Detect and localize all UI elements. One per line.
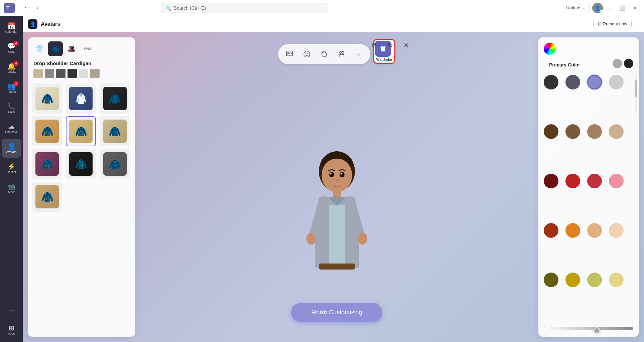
update-button[interactable]: Update ··· — [562, 4, 590, 12]
tab-hat[interactable]: 🎩 — [64, 41, 79, 56]
present-now-button[interactable]: ⊡ Present now — [594, 20, 631, 28]
svg-point-6 — [307, 53, 308, 54]
svg-point-22 — [330, 173, 332, 175]
onedrive-icon: ☁ — [8, 123, 15, 130]
search-bar[interactable]: 🔍 Search (Ctrl+E) — [161, 3, 328, 13]
swatch-1[interactable] — [33, 69, 43, 78]
clothes-item-2[interactable]: 🥼 — [66, 83, 96, 114]
clothes-item-10[interactable]: 🧥 — [32, 182, 62, 212]
svg-point-3 — [287, 52, 288, 53]
sidebar: 📅 Calendar 💬 Chat 6 🔔 Activity 6 👥 Teams… — [0, 16, 23, 342]
color-light-grey[interactable] — [609, 75, 624, 90]
color-yellow-green[interactable] — [587, 273, 602, 287]
sidebar-item-onedrive[interactable]: ☁ OneDrive — [2, 119, 21, 138]
svg-rect-24 — [329, 205, 345, 264]
tab-face[interactable] — [299, 47, 314, 61]
more-icon: ··· — [8, 307, 14, 314]
undo-button[interactable]: ↺ — [367, 39, 381, 52]
app-header: 👤 Avatars ⊡ Present now ··· — [23, 16, 644, 32]
svg-rect-17 — [319, 264, 355, 270]
swatch-6[interactable] — [90, 69, 100, 78]
color-brightness-slider[interactable] — [544, 327, 633, 330]
clothes-item-9[interactable]: 🧥 — [100, 149, 130, 179]
color-light-yellow[interactable] — [609, 273, 624, 287]
clothes-item-1[interactable]: 🧥 — [32, 83, 62, 114]
clothes-visual-6: 🧥 — [103, 120, 127, 143]
sidebar-item-more[interactable]: ··· — [2, 301, 21, 319]
filter-button[interactable]: ≡ — [127, 60, 130, 66]
color-skin[interactable] — [609, 223, 624, 238]
clothes-scroll[interactable]: 🧥 🥼 🧥 🧥 🧥 — [28, 81, 135, 337]
color-dark-brown[interactable] — [544, 124, 558, 139]
color-panel: Primary Color — [538, 37, 639, 337]
teams-badge: 2 — [13, 81, 19, 86]
finish-customizing-button[interactable]: Finish Customizing — [291, 303, 382, 322]
avatar-svg — [290, 139, 384, 300]
color-grid-area — [538, 71, 639, 323]
color-olive[interactable] — [544, 273, 558, 287]
wardrobe-type-tabs: 👕 🧥 🎩 👓 — [28, 37, 135, 56]
clothes-item-4[interactable]: 🧥 — [32, 116, 62, 146]
clothes-visual-7: 🧥 — [35, 152, 59, 176]
tab-background[interactable] — [282, 47, 297, 61]
color-crimson[interactable] — [587, 174, 602, 188]
wardrobe-label: Wardrobe — [375, 57, 394, 62]
color-red[interactable] — [565, 174, 580, 188]
swatch-3[interactable] — [56, 69, 66, 78]
sidebar-item-apps[interactable]: ⊞ Apps — [2, 321, 21, 339]
tab-glasses[interactable]: 👓 — [80, 41, 95, 56]
scroll-thumb — [635, 80, 637, 97]
app-header-right: ⊡ Present now ··· — [594, 20, 639, 28]
sidebar-item-activity[interactable]: 🔔 Activity 6 — [2, 59, 21, 77]
tab-full[interactable]: 🧥 — [48, 41, 63, 56]
color-gold[interactable] — [565, 273, 580, 287]
swatch-4[interactable] — [68, 69, 77, 78]
color-brown[interactable] — [565, 124, 580, 139]
tab-body[interactable] — [334, 47, 349, 61]
sidebar-item-copilot[interactable]: ⚡ Copilot — [2, 159, 21, 178]
clothes-item-6[interactable]: 🧥 — [100, 116, 130, 146]
top-swatch-grey[interactable] — [613, 59, 622, 68]
sidebar-item-teams[interactable]: 👥 Teams 2 — [2, 79, 21, 98]
color-pink[interactable] — [609, 174, 624, 188]
close-button[interactable]: ✕ — [631, 4, 640, 12]
back-button[interactable]: ‹ — [20, 3, 31, 13]
color-orange[interactable] — [565, 223, 580, 238]
color-dark-grey[interactable] — [544, 75, 558, 90]
more-options-button[interactable]: ··· — [634, 21, 639, 27]
color-wheel-icon — [544, 43, 556, 55]
top-swatch-black[interactable] — [624, 59, 633, 68]
scroll-track — [635, 73, 637, 114]
tab-accessories[interactable] — [352, 47, 366, 61]
color-tan[interactable] — [587, 124, 602, 139]
redo-button[interactable]: ↻ — [383, 39, 397, 52]
clothes-item-5[interactable]: 🧥 — [66, 116, 96, 146]
editor-close-button[interactable]: ✕ — [399, 39, 413, 52]
forward-button[interactable]: › — [32, 3, 43, 13]
sidebar-item-meet[interactable]: 📹 Meet — [2, 179, 21, 198]
clothes-item-7[interactable]: 🧥 — [32, 149, 62, 179]
swatch-2[interactable] — [45, 69, 54, 78]
clothes-item-8[interactable]: 🧥 — [66, 149, 96, 179]
sidebar-item-calls[interactable]: 📞 Calls — [2, 99, 21, 118]
sidebar-item-avatars[interactable]: 👤 Avatars — [2, 139, 21, 158]
clothes-item-3[interactable]: 🧥 — [100, 83, 130, 114]
color-peach[interactable] — [587, 223, 602, 238]
color-light-tan[interactable] — [609, 124, 624, 139]
color-blue-selected[interactable] — [587, 75, 602, 90]
clothes-grid: 🧥 🥼 🧥 🧥 🧥 — [28, 81, 135, 214]
minimize-button[interactable]: ─ — [606, 4, 614, 12]
sidebar-item-calendar[interactable]: 📅 Calendar — [2, 19, 21, 37]
color-burnt-orange[interactable] — [544, 223, 558, 238]
titlebar: T ‹ › 🔍 Search (Ctrl+E) Update ··· 👤 ─ ⬜… — [0, 0, 644, 16]
swatch-5[interactable] — [79, 69, 88, 78]
tab-hair[interactable] — [317, 47, 332, 61]
svg-point-21 — [340, 172, 344, 177]
svg-text:T: T — [6, 5, 10, 11]
calendar-icon: 📅 — [7, 23, 16, 29]
color-blue-grey[interactable] — [565, 75, 580, 90]
maximize-button[interactable]: ⬜ — [617, 4, 628, 12]
sidebar-item-chat[interactable]: 💬 Chat 6 — [2, 39, 21, 57]
tab-tops[interactable]: 👕 — [32, 41, 47, 56]
color-dark-red[interactable] — [544, 174, 558, 188]
